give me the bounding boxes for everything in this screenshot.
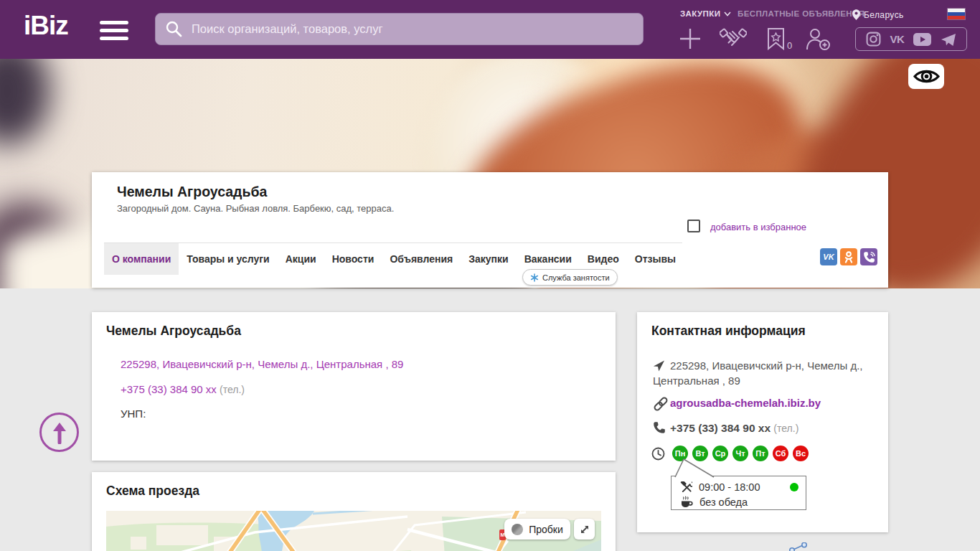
coffee-icon (680, 496, 693, 508)
tab-promos[interactable]: Акции (278, 243, 324, 275)
telegram-icon[interactable] (941, 32, 956, 47)
nav-zakupki-label: ЗАКУПКИ (680, 9, 720, 18)
contact-phone: +375 (33) 384 90 xx (тел.) (670, 422, 798, 435)
tab-news[interactable]: Новости (324, 243, 382, 275)
share-vk-icon[interactable]: VK (820, 248, 837, 265)
asterisk-icon (530, 273, 539, 282)
about-phone-note: (тел.) (220, 384, 245, 395)
traffic-light-icon (512, 524, 523, 535)
map-card: Схема проезда (92, 472, 616, 551)
page: iBiz ЗАКУПКИ БЕСПЛАТНЫЕ ОБЪЯВЛЕНИЯ Белар… (0, 0, 980, 551)
company-name: Чемелы Агроусадьба (117, 184, 267, 200)
employment-service-badge[interactable]: Служба занятости (522, 269, 618, 286)
add-user-icon[interactable] (805, 27, 831, 54)
menu-hamburger-icon[interactable] (100, 21, 128, 39)
scroll-to-top-button[interactable] (39, 413, 79, 452)
language-flag-ru[interactable] (947, 8, 966, 20)
location-selector[interactable]: Беларусь (852, 9, 904, 20)
arrow-up-icon (51, 421, 68, 444)
tab-reviews[interactable]: Отзывы (627, 243, 684, 275)
nav-free-ads[interactable]: БЕСПЛАТНЫЕ ОБЪЯВЛЕНИЯ (738, 9, 864, 18)
add-company-icon[interactable] (678, 27, 702, 54)
company-header-card: Чемелы Агроусадьба Загородный дом. Сауна… (92, 172, 888, 288)
contact-phone-number: +375 (33) 384 90 xx (670, 422, 771, 434)
working-hours-tooltip: 09:00 - 18:00 без обеда (671, 476, 806, 510)
logo[interactable]: iBiz (24, 11, 68, 41)
clock-icon (651, 447, 665, 463)
favorites-count: 0 (787, 40, 792, 51)
handshake-icon[interactable] (720, 27, 747, 52)
map-title: Схема проезда (106, 484, 199, 499)
about-address-link[interactable]: 225298, Ивацевичский р-н, Чемелы д., Цен… (121, 358, 403, 370)
expand-icon (579, 524, 590, 535)
about-phone-number[interactable]: +375 (33) 384 90 xx (121, 383, 217, 395)
contact-title: Контактная информация (651, 324, 806, 339)
day-badge-sat[interactable]: Сб (773, 446, 788, 461)
chevron-down-icon (724, 11, 731, 17)
working-hours: 09:00 - 18:00 (699, 481, 760, 493)
phone-icon (653, 421, 666, 437)
instagram-icon[interactable] (866, 32, 881, 47)
contact-phone-note: (тел.) (773, 423, 798, 434)
map-canvas[interactable]: М Пробки (106, 511, 601, 551)
company-share-row: VK (820, 248, 877, 265)
hours-callout-pointer (669, 458, 727, 478)
tab-ads[interactable]: Объявления (382, 243, 461, 275)
tools-icon (680, 481, 692, 493)
contact-card: Контактная информация 225298, Ивацевичск… (637, 312, 888, 532)
location-label: Беларусь (864, 10, 904, 20)
nav-zakupki[interactable]: ЗАКУПКИ (680, 9, 731, 18)
search-bar (155, 13, 644, 45)
contact-address: 225298, Ивацевичский р-н, Чемелы д., Цен… (653, 358, 868, 388)
header: iBiz ЗАКУПКИ БЕСПЛАТНЫЕ ОБЪЯВЛЕНИЯ Белар… (0, 0, 980, 59)
vk-icon[interactable]: VK (890, 33, 905, 45)
share-viber-icon[interactable] (860, 248, 877, 265)
traffic-button[interactable]: Пробки (504, 519, 570, 540)
map-fullscreen-button[interactable] (574, 519, 595, 540)
contact-address-text: 225298, Ивацевичский р-н, Чемелы д., Цен… (653, 359, 862, 387)
tab-purchases[interactable]: Закупки (461, 243, 516, 275)
favorite-checkbox[interactable] (687, 220, 700, 232)
day-badge-thu[interactable]: Чт (732, 446, 748, 461)
header-social-links: VK (855, 27, 967, 51)
youtube-icon[interactable] (913, 33, 931, 46)
about-card: Чемелы Агроусадьба 225298, Ивацевичский … (92, 312, 616, 461)
company-website-link[interactable]: agrousadba-chemelah.ibiz.by (670, 397, 821, 409)
search-icon (165, 20, 183, 41)
link-icon (653, 396, 669, 415)
favorites-bookmark-icon[interactable] (767, 27, 785, 53)
favorite-label[interactable]: добавить в избранное (710, 222, 806, 232)
day-badge-sun[interactable]: Вс (793, 446, 809, 461)
share-widget-icon[interactable] (788, 542, 809, 551)
company-description: Загородный дом. Сауна. Рыбная ловля. Бар… (117, 203, 394, 214)
tab-about[interactable]: О компании (104, 243, 179, 275)
search-input[interactable] (155, 13, 644, 45)
accessibility-eye-button[interactable] (908, 64, 944, 89)
day-badge-fri[interactable]: Пт (753, 446, 768, 461)
eye-icon (913, 67, 940, 85)
open-now-indicator (790, 483, 798, 491)
location-pin-icon (852, 9, 860, 20)
tab-products[interactable]: Товары и услуги (179, 243, 277, 275)
lunch-label: без обеда (699, 496, 748, 508)
unp-label: УНП: (121, 408, 146, 420)
about-phone-link[interactable]: +375 (33) 384 90 xx (тел.) (121, 383, 245, 395)
share-ok-icon[interactable] (840, 248, 857, 265)
traffic-label: Пробки (529, 524, 563, 535)
about-title: Чемелы Агроусадьба (106, 324, 241, 339)
employment-service-label: Служба занятости (542, 273, 610, 282)
